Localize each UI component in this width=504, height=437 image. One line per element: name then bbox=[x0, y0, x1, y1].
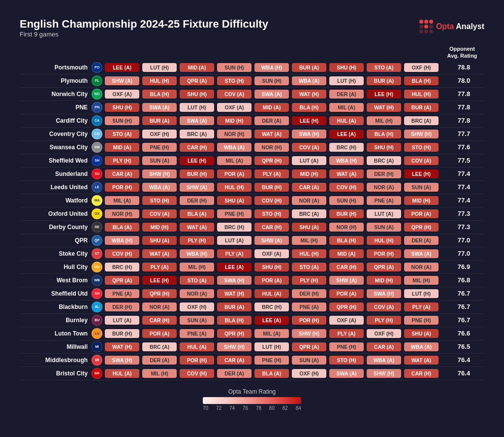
fixture-cell: OXF (H) bbox=[178, 300, 216, 313]
fixture-cell: LUT (A) bbox=[365, 207, 403, 220]
fixture-cell: WBA (H) bbox=[103, 234, 141, 247]
fixture-cell: MID (A) bbox=[103, 140, 141, 154]
fixture-cell: BRC (A) bbox=[290, 207, 328, 220]
team-logo-cell: SU bbox=[91, 167, 103, 180]
fixture-cell: LEE (H) bbox=[141, 273, 178, 287]
fixture-cell: QPR (H) bbox=[253, 154, 290, 167]
team-name-cell: Millwall bbox=[20, 340, 91, 353]
fixture-cell: PNE (H) bbox=[403, 313, 440, 327]
fixture-cell: NOR (H) bbox=[216, 127, 253, 140]
fixture-cell: SHU (H) bbox=[178, 87, 216, 101]
fixture-cell: CAR (H) bbox=[328, 260, 365, 273]
avg-rating-cell: 77.3 bbox=[440, 220, 484, 234]
avg-rating-cell: 78.8 bbox=[440, 61, 484, 74]
team-name-cell: Sunderland bbox=[20, 167, 91, 180]
fixture-cell: WAT (A) bbox=[253, 127, 290, 140]
tick-78: 78 bbox=[256, 405, 261, 411]
fixture-cell: STO (A) bbox=[103, 127, 141, 140]
fixture-cell: BUR (H) bbox=[103, 327, 141, 340]
fixture-cell: MID (H) bbox=[141, 220, 178, 234]
table-row: WatfordWAMIL (A)STO (H)DER (H)SHU (A)COV… bbox=[20, 194, 484, 207]
table-row: BlackburnBLDER (H)NOR (A)OXF (H)BUR (A)B… bbox=[20, 300, 484, 313]
fixture-cell: HUL (H) bbox=[365, 234, 403, 247]
avg-rating-cell: 76.6 bbox=[440, 327, 484, 340]
fixture-cell: DER (A) bbox=[216, 367, 253, 380]
fixture-cell: CAR (A) bbox=[290, 180, 328, 194]
tick-84: 84 bbox=[296, 405, 301, 411]
fixture-cell: COV (H) bbox=[328, 180, 365, 194]
table-row: Derby CountyDEBLA (A)MID (H)WAT (A)BRC (… bbox=[20, 220, 484, 234]
table-row: Norwich CityNOOXF (A)BLA (H)SHU (H)COV (… bbox=[20, 87, 484, 101]
fixture-cell: PLY (A) bbox=[403, 300, 440, 313]
fixture-cell: STO (A) bbox=[290, 260, 328, 273]
fixture-cell: LEE (H) bbox=[365, 87, 403, 101]
fixture-cell: HUL (A) bbox=[328, 114, 365, 127]
fixture-cell: WBA (A) bbox=[403, 340, 440, 353]
fixture-cell: BUR (H) bbox=[328, 207, 365, 220]
fixture-cell: SWA (A) bbox=[253, 87, 290, 101]
fixture-cell: SHU (A) bbox=[290, 220, 328, 234]
fixture-cell: BLA (H) bbox=[328, 234, 365, 247]
fixture-cell: SHW (A) bbox=[328, 273, 365, 287]
fixture-cell: NOR (A) bbox=[141, 300, 178, 313]
fixture-cell: LUT (H) bbox=[253, 340, 290, 353]
fixture-cell: COV (H) bbox=[253, 194, 290, 207]
fixture-cell: LEE (A) bbox=[103, 61, 141, 74]
team-logo-cell: CA bbox=[91, 114, 103, 127]
fixture-cell: SWA (H) bbox=[103, 353, 141, 367]
fixture-cell: LEE (A) bbox=[328, 127, 365, 140]
fixture-cell: WBA (A) bbox=[141, 180, 178, 194]
fixture-cell: COV (H) bbox=[103, 247, 141, 260]
fixture-cell: COV (A) bbox=[141, 207, 178, 220]
fixture-cell: BUR (A) bbox=[141, 114, 178, 127]
avg-rating-cell: 77.7 bbox=[440, 127, 484, 140]
fixture-cell: STO (H) bbox=[253, 207, 290, 220]
fixture-cell: BLA (A) bbox=[103, 220, 141, 234]
table-row: Stoke CitySTCOV (H)WAT (A)WBA (H)PLY (A)… bbox=[20, 247, 484, 260]
fixture-cell: BUR (A) bbox=[403, 101, 440, 114]
fixture-cell: PNE (H) bbox=[216, 207, 253, 220]
fixture-cell: QPR (A) bbox=[290, 340, 328, 353]
avg-rating-cell: 76.4 bbox=[440, 353, 484, 367]
table-row: Bristol CityBRHUL (A)MIL (H)COV (H)DER (… bbox=[20, 367, 484, 380]
fixture-cell: MIL (A) bbox=[216, 154, 253, 167]
page-title: English Championship 2024-25 Fixture Dif… bbox=[20, 18, 484, 31]
fixture-cell: LUT (A) bbox=[103, 313, 141, 327]
tick-70: 70 bbox=[203, 405, 208, 411]
fixture-cell: NOR (A) bbox=[178, 287, 216, 300]
fixture-cell: SWA (A) bbox=[141, 101, 178, 114]
fixture-cell: COV (H) bbox=[178, 367, 216, 380]
team-logo-cell: BU bbox=[91, 313, 103, 327]
team-name-cell: QPR bbox=[20, 234, 91, 247]
fixture-cell: POR (H) bbox=[178, 353, 216, 367]
fixture-cell: POR (A) bbox=[216, 167, 253, 180]
table-row: PortsmouthPOLEE (A)LUT (H)MID (A)SUN (H)… bbox=[20, 61, 484, 74]
fixture-cell: NOR (A) bbox=[290, 194, 328, 207]
team-logo-cell: PL bbox=[91, 74, 103, 87]
legend-gradient bbox=[203, 397, 301, 404]
fixture-cell: PLY (A) bbox=[141, 260, 178, 273]
fixture-cell: PNE (H) bbox=[253, 353, 290, 367]
fixture-cell: BRC (H) bbox=[103, 260, 141, 273]
fixture-cell: PNE (A) bbox=[290, 300, 328, 313]
fixture-cell: WAT (A) bbox=[178, 220, 216, 234]
fixture-cell: MID (H) bbox=[216, 114, 253, 127]
team-logo-cell: SW bbox=[91, 140, 103, 154]
fixture-cell: BRC (H) bbox=[216, 220, 253, 234]
tick-82: 82 bbox=[283, 405, 288, 411]
fixture-cell: SUN (H) bbox=[103, 114, 141, 127]
fixture-cell: MIL (A) bbox=[103, 194, 141, 207]
fixture-cell: LEE (H) bbox=[403, 167, 440, 180]
fixture-cell: OXF (A) bbox=[328, 313, 365, 327]
fixture-cell: DER (H) bbox=[365, 167, 403, 180]
fixture-cell: STO (H) bbox=[216, 74, 253, 87]
legend-label: Opta Team Rating bbox=[228, 388, 276, 395]
fixture-cell: BRC (A) bbox=[178, 127, 216, 140]
avg-rating-cell: 77.3 bbox=[440, 207, 484, 220]
fixture-cell: SWA (H) bbox=[365, 287, 403, 300]
table-row: Sheffield WedSHPLY (H)SUN (A)LEE (H)MIL … bbox=[20, 154, 484, 167]
avg-rating-cell: 76.4 bbox=[440, 367, 484, 380]
fixture-cell: WBA (A) bbox=[365, 353, 403, 367]
fixture-cell: BRC (A) bbox=[365, 154, 403, 167]
tick-74: 74 bbox=[229, 405, 235, 411]
